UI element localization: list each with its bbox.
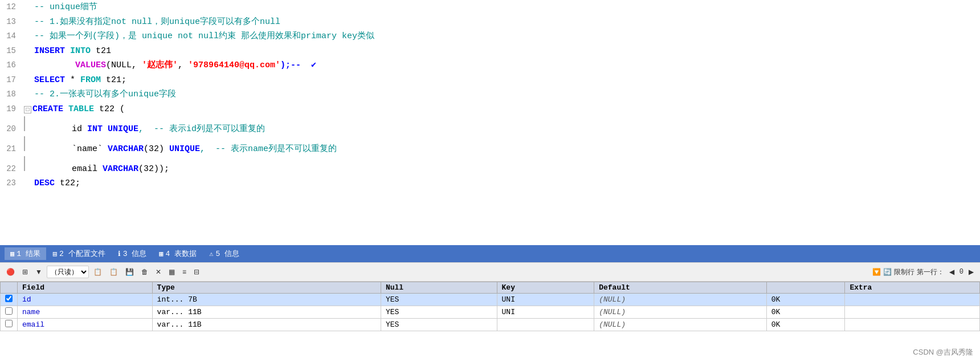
code-segment: UNIQUE bbox=[108, 124, 138, 134]
code-segment bbox=[24, 178, 34, 188]
line-content: -- 2.一张表可以有多个unique字段 bbox=[24, 87, 980, 102]
tab-tab1[interactable]: ▦1 结果 bbox=[5, 247, 46, 260]
result-table-area: Field Type Null Key Default Extra idint.… bbox=[0, 282, 980, 362]
code-line: 12 -- unique细节 bbox=[0, 0, 980, 15]
code-line: 19□CREATE TABLE t22 ( bbox=[0, 102, 980, 117]
code-segment: t21; bbox=[101, 75, 126, 85]
row-checkbox-input[interactable] bbox=[5, 320, 13, 327]
line-number: 16 bbox=[0, 59, 24, 72]
export-button[interactable]: 🔴 bbox=[3, 266, 18, 278]
save-button[interactable]: 💾 bbox=[122, 266, 137, 278]
code-segment bbox=[65, 46, 70, 56]
fold-indicator[interactable]: □ bbox=[24, 106, 31, 113]
result-toolbar: 🔴 ⊞ ▼ （只读） 📋 📋 💾 🗑 ✕ ▦ ≡ ⊟ 🔽 🔄 限制行 第一行： … bbox=[0, 262, 980, 282]
code-segment: (32)); bbox=[138, 164, 169, 174]
cell-type: int... 7B bbox=[152, 294, 381, 306]
settings-button[interactable]: ✕ bbox=[153, 266, 164, 278]
row-checkbox-input[interactable] bbox=[5, 295, 13, 302]
paste-button[interactable]: 📋 bbox=[107, 266, 121, 278]
code-segment: (NULL, bbox=[106, 60, 142, 70]
tab-tab4[interactable]: ▦4 表数据 bbox=[153, 247, 202, 260]
cell-key: UNI bbox=[497, 294, 594, 306]
watermark: CSDN @吉风秀隆 bbox=[913, 347, 973, 357]
code-line: 13 -- 1.如果没有指定not null，则unique字段可以有多个nul… bbox=[0, 15, 980, 30]
col-key: Key bbox=[497, 282, 594, 294]
cell-type: var... 11B bbox=[152, 306, 381, 319]
line-content: email VARCHAR(32)); bbox=[31, 162, 980, 177]
text-button[interactable]: ≡ bbox=[179, 266, 189, 278]
line-number: 14 bbox=[0, 30, 24, 43]
code-segment: TABLE bbox=[68, 104, 94, 114]
line-number: 18 bbox=[0, 88, 24, 101]
code-segment: * bbox=[65, 75, 80, 85]
col-null: Null bbox=[381, 282, 497, 294]
code-segment: , bbox=[178, 60, 188, 70]
grid-button[interactable]: ▦ bbox=[166, 266, 178, 278]
copy-button[interactable]: 📋 bbox=[91, 266, 105, 278]
table-row[interactable]: idint... 7BYESUNI(NULL)0K bbox=[1, 294, 980, 306]
line-content: id INT UNIQUE, -- 表示id列是不可以重复的 bbox=[31, 122, 980, 137]
code-segment: DESC bbox=[34, 178, 55, 188]
tab-label: 3 信息 bbox=[123, 249, 147, 259]
line-number: 12 bbox=[0, 1, 24, 14]
code-segment: INTO bbox=[70, 46, 91, 56]
arrow-button[interactable]: ▼ bbox=[32, 266, 45, 278]
cell-null: YES bbox=[381, 294, 497, 306]
code-segment: -- unique细节 bbox=[24, 2, 97, 12]
next-page-button[interactable]: ▶ bbox=[966, 266, 977, 278]
cell-ok: 0K bbox=[766, 294, 845, 306]
col-type: Type bbox=[152, 282, 381, 294]
code-segment: VALUES bbox=[75, 60, 106, 70]
tab-tab3[interactable]: ℹ3 信息 bbox=[112, 247, 153, 260]
code-line: 14 -- 如果一个列(字段)，是 unique not null约束 那么使用… bbox=[0, 29, 980, 44]
col-field: Field bbox=[18, 282, 153, 294]
toolbar-right: 🔽 🔄 限制行 第一行： ◀ 0 ▶ bbox=[872, 266, 977, 278]
code-segment bbox=[24, 60, 75, 70]
cell-field: email bbox=[18, 319, 153, 331]
code-segment: VARCHAR bbox=[108, 144, 144, 154]
code-segment: VARCHAR bbox=[103, 164, 138, 174]
col-default: Default bbox=[594, 282, 766, 294]
table-row[interactable]: namevar... 11BYESUNI(NULL)0K bbox=[1, 306, 980, 319]
line-content: -- 如果一个列(字段)，是 unique not null约束 那么使用效果和… bbox=[24, 29, 980, 44]
code-segment: (32) bbox=[144, 144, 169, 154]
line-content: SELECT * FROM t21; bbox=[24, 73, 980, 88]
code-line: 15 INSERT INTO t21 bbox=[0, 44, 980, 59]
result-table: Field Type Null Key Default Extra idint.… bbox=[0, 282, 980, 331]
code-segment: `name` bbox=[31, 144, 108, 154]
cell-ok: 0K bbox=[766, 306, 845, 319]
line-number: 23 bbox=[0, 177, 24, 190]
line-content: VALUES(NULL, '赵志伟', '978964140@qq.com');… bbox=[24, 58, 980, 73]
tab-tab2[interactable]: ▤2 个配置文件 bbox=[47, 247, 111, 260]
line-number: 19 bbox=[0, 103, 24, 116]
col-ok bbox=[766, 282, 845, 294]
code-segment: , -- 表示name列是不可以重复的 bbox=[200, 144, 337, 154]
bottom-tabs: ▦1 结果▤2 个配置文件ℹ3 信息▦4 表数据⚠5 信息 bbox=[0, 245, 980, 262]
cell-ok: 0K bbox=[766, 319, 845, 331]
layout-button[interactable]: ⊟ bbox=[191, 266, 202, 278]
code-segment: -- 如果一个列(字段)，是 unique not null约束 那么使用效果和… bbox=[24, 31, 374, 41]
table-row[interactable]: emailvar... 11BYES(NULL)0K bbox=[1, 319, 980, 331]
code-segment bbox=[24, 46, 34, 56]
row-checkbox-input[interactable] bbox=[5, 307, 13, 315]
col-extra: Extra bbox=[845, 282, 980, 294]
cell-key bbox=[497, 319, 594, 331]
tab-icon: ▤ bbox=[53, 250, 57, 258]
cell-extra bbox=[845, 294, 980, 306]
code-segment: INSERT bbox=[34, 46, 65, 56]
delete-button[interactable]: 🗑 bbox=[138, 266, 151, 278]
cell-default: (NULL) bbox=[594, 306, 766, 319]
col-checkbox bbox=[1, 282, 18, 294]
tab-tab5[interactable]: ⚠5 信息 bbox=[203, 247, 245, 260]
code-segment bbox=[24, 75, 34, 85]
prev-page-button[interactable]: ◀ bbox=[946, 266, 957, 278]
code-segment bbox=[103, 124, 108, 134]
readonly-select[interactable]: （只读） bbox=[47, 266, 89, 278]
grid-view-button[interactable]: ⊞ bbox=[19, 266, 31, 278]
code-segment: UNIQUE bbox=[169, 144, 200, 154]
tab-icon: ℹ bbox=[118, 250, 121, 258]
code-line: 16 VALUES(NULL, '赵志伟', '978964140@qq.com… bbox=[0, 58, 980, 73]
cell-extra bbox=[845, 319, 980, 331]
code-segment bbox=[63, 104, 68, 114]
line-number: 22 bbox=[0, 162, 24, 176]
